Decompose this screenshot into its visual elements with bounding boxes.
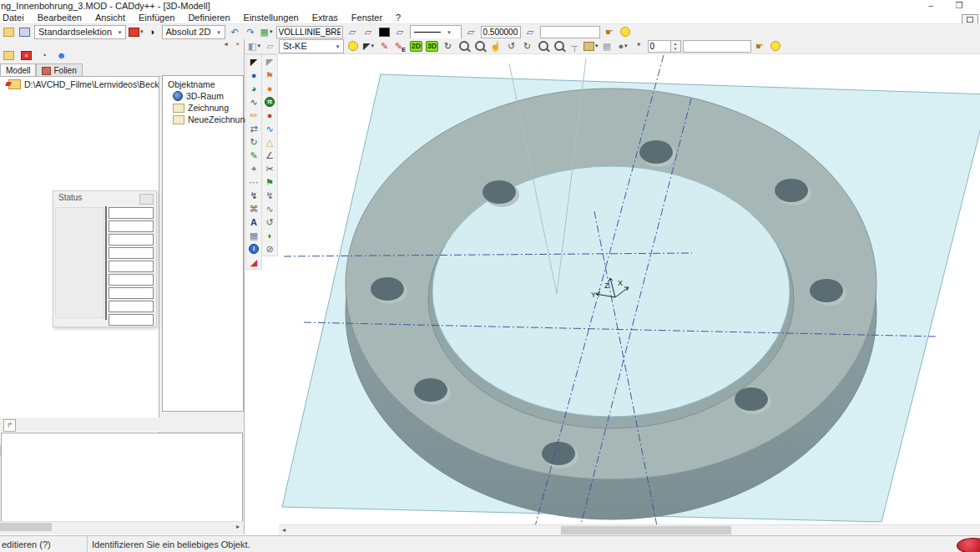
tree-root-item[interactable]: D:\AVCHD_Filme\Lernvideos\BeckerCAD 3D P… — [0, 77, 159, 89]
select-arrow-icon[interactable]: ◤ — [247, 55, 261, 68]
trim-scissors-icon[interactable]: ✂ — [263, 162, 277, 175]
angle-tool-icon[interactable]: ∠ — [263, 149, 277, 162]
loop-curve-icon[interactable]: ↺ — [263, 215, 277, 229]
new-folder-icon[interactable] — [2, 48, 16, 62]
flag-green-icon[interactable]: ⚑ — [263, 175, 277, 189]
sphere-pi-icon[interactable]: π — [263, 95, 277, 109]
eraser-icon[interactable]: ◢ — [247, 256, 261, 269]
edit-pen-icon[interactable]: ✎E — [393, 40, 407, 53]
pick-apply-icon[interactable]: ☛ — [603, 26, 617, 38]
open-file-icon[interactable] — [2, 26, 16, 38]
snap-target-icon[interactable]: ⌖ — [247, 162, 261, 175]
stepper-input[interactable] — [648, 40, 671, 53]
measure-pencil-icon[interactable]: ✏ — [247, 109, 261, 122]
plane-bulb-icon[interactable] — [346, 40, 360, 53]
selection-mode-combo[interactable]: Standardselektion ▾ — [34, 25, 126, 39]
redo-icon[interactable]: ↷ — [244, 26, 258, 38]
menu-item[interactable]: Extras — [306, 13, 345, 23]
close-panel-icon[interactable]: × — [233, 40, 242, 48]
select-mode-icon[interactable]: ◤▾ — [361, 40, 376, 53]
ring-solid[interactable] — [346, 89, 876, 519]
status-field[interactable] — [109, 220, 154, 232]
layer-extra-icon[interactable]: ▱ — [523, 26, 538, 38]
menu-item[interactable]: Datei — [0, 13, 31, 23]
pen-color-swatch-icon[interactable] — [377, 26, 391, 38]
panel-hscroll-thumb[interactable] — [0, 523, 52, 531]
spin-down-icon[interactable]: ▾ — [671, 46, 680, 52]
3d-viewport[interactable]: Z X Y — [244, 53, 980, 534]
linewidth-field[interactable] — [481, 26, 521, 38]
status-field[interactable] — [109, 261, 154, 272]
restore-button[interactable]: ❐ — [948, 0, 970, 11]
curve-blue-icon[interactable]: ∿ — [263, 122, 277, 135]
rotate-tool-icon[interactable]: ↻ — [247, 135, 261, 149]
divide-tool-icon[interactable]: ⊘ — [263, 242, 277, 256]
status-window-button[interactable] — [139, 194, 154, 205]
collapse-panel-icon[interactable]: ◂ — [221, 40, 230, 48]
workplane-combo[interactable]: St-KE ▾ — [279, 39, 344, 53]
orbit-rotate-icon[interactable]: ↻ — [441, 40, 455, 53]
constraint-key-icon[interactable]: ⌘ — [247, 202, 261, 215]
status-field[interactable] — [109, 287, 154, 299]
numbered-polyline-icon[interactable]: ↯ — [263, 189, 277, 202]
scroll-right-icon[interactable]: ▸ — [233, 522, 243, 532]
status-field[interactable] — [109, 274, 154, 286]
reference-point-icon[interactable]: ◑ — [145, 26, 159, 38]
menu-item[interactable]: Bearbeiten — [31, 13, 88, 23]
object-item[interactable]: NeueZeichnung — [163, 113, 243, 124]
view-rotate-right-icon[interactable]: ↻ — [520, 40, 534, 53]
mode-3d-icon[interactable]: 3D — [425, 40, 439, 53]
layer-color-icon[interactable]: ▱ — [361, 26, 376, 38]
linetype-field[interactable] — [276, 26, 343, 38]
view-rotate-left-icon[interactable]: ↺ — [504, 40, 518, 53]
zoom-extents-icon[interactable] — [457, 40, 471, 53]
status-window[interactable]: Status — [53, 190, 157, 327]
pan-hand-icon[interactable]: ☝ — [488, 40, 503, 53]
viewport-hscroll-thumb[interactable] — [561, 526, 731, 534]
status-field[interactable] — [109, 314, 154, 326]
layer-width-icon[interactable]: ▱ — [464, 26, 478, 38]
render-cube-icon[interactable]: ▾ — [583, 40, 599, 53]
select-arrow-alt-icon[interactable]: ◤ — [263, 55, 277, 68]
zigzag-path-icon[interactable]: ↯ — [247, 189, 261, 202]
zoom-page-icon[interactable] — [552, 40, 566, 53]
zoom-previous-icon[interactable] — [536, 40, 550, 53]
toolbar-extra-field[interactable] — [540, 26, 600, 38]
solid-segment-icon[interactable]: ◗ — [263, 229, 277, 242]
dotted-path-icon[interactable]: ⋯ — [247, 175, 261, 189]
view-bulb-icon[interactable] — [769, 40, 783, 53]
history-clock-icon[interactable]: ◔ — [37, 48, 51, 62]
status-field[interactable] — [109, 207, 154, 219]
hatch-tool-icon[interactable]: ▦ — [247, 229, 261, 242]
minimize-button[interactable]: – — [920, 0, 942, 11]
section-tool-icon[interactable]: ┬ — [568, 40, 582, 53]
spline-curve-icon[interactable]: ∿ — [263, 202, 277, 215]
scroll-left-icon[interactable]: ◂ — [279, 525, 289, 535]
grid-settings-icon[interactable]: ▦▾ — [260, 26, 274, 38]
menu-item[interactable]: Definieren — [181, 13, 236, 23]
polyline-icon[interactable]: ∿ — [247, 95, 261, 109]
selection-filter-icon[interactable]: ▾ — [129, 26, 144, 38]
view-extra-field[interactable] — [683, 40, 751, 53]
status-field[interactable] — [109, 234, 154, 246]
move-tool-icon[interactable]: ⇄ — [247, 122, 261, 135]
coordinate-mode-combo[interactable]: Absolut 2D ▾ — [162, 25, 225, 39]
menu-item[interactable]: Fenster — [345, 13, 389, 23]
star-icon[interactable]: * — [632, 40, 646, 53]
shading-sphere-icon[interactable]: ●▾ — [616, 40, 630, 53]
zoom-window-icon[interactable] — [472, 40, 487, 53]
layer-style-icon[interactable]: ▱ — [346, 26, 360, 38]
undo-icon[interactable]: ↶ — [228, 26, 242, 38]
status-field[interactable] — [109, 301, 154, 312]
sketch-pen-icon[interactable]: ✎ — [377, 40, 391, 53]
door-icon[interactable]: ↱ — [3, 419, 16, 432]
linestyle-combo[interactable]: ▾ — [410, 25, 462, 39]
triangle-tool-icon[interactable]: △ — [263, 135, 277, 149]
view-orientation-icon[interactable]: ◧▾ — [247, 40, 261, 53]
pick-apply-view-icon[interactable]: ☛ — [753, 40, 767, 53]
point-orange-icon[interactable]: ● — [263, 82, 277, 95]
tab-folien[interactable]: Folien — [36, 63, 82, 76]
point-red-icon[interactable]: ● — [263, 109, 277, 122]
panel-hscrollbar[interactable]: ▸ — [0, 521, 243, 532]
save-icon[interactable] — [18, 26, 32, 38]
